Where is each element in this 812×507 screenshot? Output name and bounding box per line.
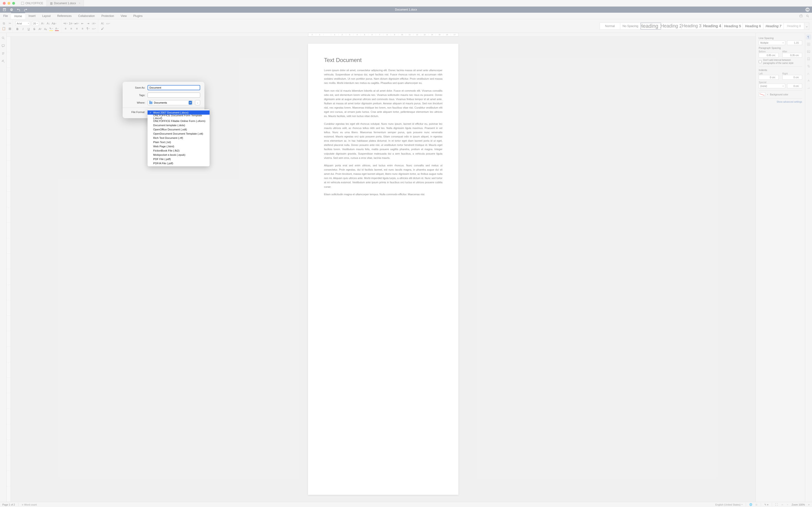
indent-right-input[interactable]: 0 cm [782, 75, 802, 80]
style-heading-4[interactable]: Heading 4 [702, 22, 722, 30]
app-tab-document[interactable]: ▥ Document 1.docx × [47, 0, 84, 6]
feedback-icon[interactable] [1, 59, 5, 63]
style-no-spacing[interactable]: No Spacing [620, 22, 641, 30]
increase-indent-icon[interactable]: ⇥ [86, 21, 90, 25]
italic-icon[interactable]: I [21, 27, 25, 31]
background-color-swatch[interactable] [759, 92, 765, 97]
image-icon[interactable] [807, 50, 810, 53]
file-format-option[interactable]: PDF File (.pdf) [148, 157, 210, 161]
menu-layout[interactable]: Layout [39, 13, 54, 19]
where-folder-select[interactable]: Documents ▴▾ [148, 100, 193, 105]
file-format-option[interactable]: Mobipocket e-book (.epub) [148, 153, 210, 157]
paragraph-icon[interactable]: ¶ [807, 35, 810, 39]
search-icon[interactable] [806, 14, 809, 18]
open-location-icon[interactable] [799, 14, 803, 18]
save-icon[interactable] [3, 8, 6, 11]
paste-icon[interactable]: 📋 [2, 27, 6, 31]
header-footer-icon[interactable] [807, 57, 810, 61]
document-page[interactable]: Text Document Lorem ipsum dolor sit amet… [308, 44, 458, 495]
style-gallery-expand[interactable]: ⌄ [804, 22, 809, 30]
spacing-before-input[interactable]: 0.85 cm [759, 53, 778, 58]
file-format-option[interactable]: ONLYOFFICE Document Form Template (.docx… [148, 115, 210, 119]
numbering-icon[interactable]: 1≡ [69, 21, 73, 25]
file-format-option[interactable]: OpenDocument Document Template (.ott) [148, 131, 210, 136]
nonprinting-icon[interactable]: ¶ [86, 27, 90, 31]
find-icon[interactable] [1, 36, 5, 40]
vertical-ruler[interactable]: ····· [7, 37, 11, 502]
style-heading-7[interactable]: Heading 7 [763, 22, 784, 30]
spellcheck-icon[interactable]: 🌐 [749, 503, 752, 506]
font-color-icon[interactable]: A [55, 27, 59, 31]
user-avatar[interactable]: VB [805, 7, 810, 12]
shading-icon[interactable]: ▭ [92, 27, 96, 31]
close-window-button[interactable] [3, 2, 6, 5]
line-spacing-icon[interactable]: ↕≡ [92, 21, 96, 25]
app-tab-onlyoffice[interactable]: ONLYOFFICE [18, 0, 47, 6]
change-case-icon[interactable]: Aa [52, 21, 56, 25]
increase-font-icon[interactable]: A↑ [41, 21, 45, 25]
fit-page-icon[interactable]: ⛶ [775, 503, 778, 506]
indent-left-input[interactable]: 0 cm [759, 75, 778, 80]
style-heading-8[interactable]: Heading 8 [784, 22, 804, 30]
highlight-color-icon[interactable]: ✎ [49, 27, 53, 31]
zoom-level[interactable]: Zoom 100% [792, 503, 805, 506]
line-spacing-mode-select[interactable]: Multiple▾ [759, 41, 785, 45]
special-indent-select[interactable]: (none)▾ [759, 83, 785, 88]
file-format-option[interactable]: Web Page (.html) [148, 144, 210, 149]
chart-icon[interactable] [807, 72, 810, 75]
align-center-icon[interactable]: ≡ [69, 27, 73, 31]
maximize-window-button[interactable] [12, 2, 15, 5]
word-count-button[interactable]: ≡Word count [22, 503, 37, 506]
decrease-font-icon[interactable]: A↓ [47, 21, 50, 25]
superscript-icon[interactable]: A² [38, 27, 42, 31]
style-heading-6[interactable]: Heading 6 [743, 22, 763, 30]
copy-icon[interactable]: ⧉ [2, 21, 6, 25]
advanced-settings-link[interactable]: Show advanced settings [759, 101, 802, 103]
select-all-icon[interactable]: ▦ [8, 27, 12, 31]
strikethrough-icon[interactable]: S [33, 27, 36, 31]
signature-icon[interactable] [807, 86, 810, 90]
line-spacing-value-input[interactable]: 1.15 [787, 41, 802, 45]
align-right-icon[interactable]: ≡ [75, 27, 79, 31]
status-page[interactable]: Page 1 of 2 [2, 503, 15, 506]
font-name-select[interactable]: Arial▾ [15, 21, 30, 26]
text-art-icon[interactable] [807, 79, 810, 82]
file-format-option[interactable]: FictionBook File (.fb2) [148, 149, 210, 153]
copy-style-icon[interactable]: 🖌 [101, 27, 104, 31]
file-format-option[interactable]: Rich Text Document (.rtf) [148, 136, 210, 140]
language-select[interactable]: English (United States)▾ [715, 503, 743, 506]
menu-home[interactable]: Home [11, 13, 25, 19]
bold-icon[interactable]: B [15, 27, 19, 31]
menu-protection[interactable]: Protection [98, 13, 117, 19]
file-format-option[interactable]: Document template (.dotx) [148, 123, 210, 127]
special-indent-input[interactable]: 0 cm [787, 83, 802, 88]
tags-input[interactable] [148, 93, 200, 98]
style-normal[interactable]: Normal [599, 22, 620, 30]
decrease-indent-icon[interactable]: ⇤ [80, 21, 84, 25]
menu-plugins[interactable]: Plugins [130, 13, 146, 19]
print-icon[interactable] [10, 8, 13, 11]
align-justify-icon[interactable]: ≡ [80, 27, 84, 31]
menu-references[interactable]: References [54, 13, 75, 19]
zoom-in-button[interactable]: + [808, 503, 810, 506]
menu-view[interactable]: View [117, 13, 130, 19]
redo-icon[interactable] [24, 8, 27, 11]
shape-icon[interactable] [807, 64, 810, 68]
file-format-option[interactable]: OpenOffice Document (.odt) [148, 127, 210, 131]
align-left-icon[interactable]: ≡ [64, 27, 67, 31]
track-changes-toggle[interactable]: ✎ ▾ [764, 503, 768, 506]
font-size-select[interactable]: 20▾ [32, 21, 39, 26]
file-format-option[interactable]: ONLYOFFICE Fillable Online Form (.oform) [148, 119, 210, 123]
subscript-icon[interactable]: A₂ [44, 27, 48, 31]
minimize-window-button[interactable] [7, 2, 10, 5]
file-format-option[interactable]: Plain Text (.txt) [148, 140, 210, 144]
fit-width-icon[interactable]: ↔ [781, 503, 784, 506]
undo-icon[interactable] [17, 8, 20, 11]
zoom-out-button[interactable]: − [787, 503, 788, 506]
insert-shape-icon[interactable]: ▭ [106, 21, 110, 25]
no-interval-checkbox[interactable]: Don't add interval between paragraphs of… [759, 58, 802, 65]
comments-icon[interactable] [1, 44, 5, 48]
style-heading-2[interactable]: Heading 2 [661, 22, 682, 30]
bullets-icon[interactable]: •≡ [64, 21, 67, 25]
table-icon[interactable] [807, 43, 810, 46]
